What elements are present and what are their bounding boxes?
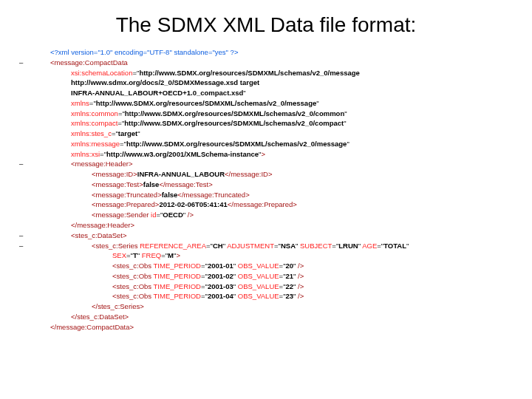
series-open: –<stes_c:Series REFERENCE_AREA="CH" ADJU… — [30, 241, 502, 251]
slide: The SDMX XML Data file format: <?xml ver… — [0, 0, 532, 399]
obs-1: <stes_c:Obs TIME_PERIOD="2001-01" OBS_VA… — [30, 261, 502, 271]
msg-prepared: <message:Prepared>2012-02-06T05:41:41</m… — [30, 200, 502, 210]
obs-4: <stes_c:Obs TIME_PERIOD="2001-04" OBS_VA… — [30, 291, 502, 301]
schema-location-1: xsi:schemaLocation="http://www.SDMX.org/… — [30, 68, 502, 78]
dataset-close: </stes_c:DataSet> — [30, 312, 502, 322]
xml-declaration: <?xml version="1.0" encoding="UTF-8" sta… — [30, 47, 502, 58]
xmlns: xmlns="http://www.SDMX.org/resources/SDM… — [30, 98, 502, 109]
xmlns-stes: xmlns:stes_c="target" — [30, 129, 502, 139]
xml-code-block: <?xml version="1.0" encoding="UTF-8" sta… — [30, 47, 502, 332]
series-close: </stes_c:Series> — [30, 301, 502, 312]
header-close: </message:Header> — [30, 220, 502, 231]
msg-sender: <message:Sender id="OECD" /> — [30, 210, 502, 220]
dataset-open: –<stes_c:DataSet> — [30, 231, 502, 241]
series-open-2: SEX="T" FREQ="M"> — [30, 250, 502, 261]
msg-id: <message:ID>INFRA-ANNUAL_LABOUR</message… — [30, 169, 502, 180]
xmlns-message: xmlns:message="http://www.SDMX.org/resou… — [30, 139, 502, 149]
schema-location-3: INFRA-ANNUAL_LABOUR+OECD+1.0_compact.xsd… — [30, 88, 502, 98]
obs-2: <stes_c:Obs TIME_PERIOD="2001-02" OBS_VA… — [30, 271, 502, 282]
msg-truncated: <message:Truncated>false</message:Trunca… — [30, 190, 502, 200]
root-open: –<message:CompactData — [30, 58, 502, 68]
xmlns-common: xmlns:common="http://www.SDMX.org/resour… — [30, 109, 502, 119]
root-close: </message:CompactData> — [30, 322, 502, 332]
xmlns-xsi: xmlns:xsi="http://www.w3.org/2001/XMLSch… — [30, 149, 502, 160]
header-open: –<message:Header> — [30, 159, 502, 169]
obs-3: <stes_c:Obs TIME_PERIOD="2001-03" OBS_VA… — [30, 282, 502, 292]
schema-location-2: http://www.sdmx.org/docs/2_0/SDMXMessage… — [30, 78, 502, 88]
xmlns-compact: xmlns:compact="http://www.SDMX.org/resou… — [30, 118, 502, 129]
msg-test: <message:Test>false</message:Test> — [30, 180, 502, 190]
slide-title: The SDMX XML Data file format: — [30, 13, 502, 37]
